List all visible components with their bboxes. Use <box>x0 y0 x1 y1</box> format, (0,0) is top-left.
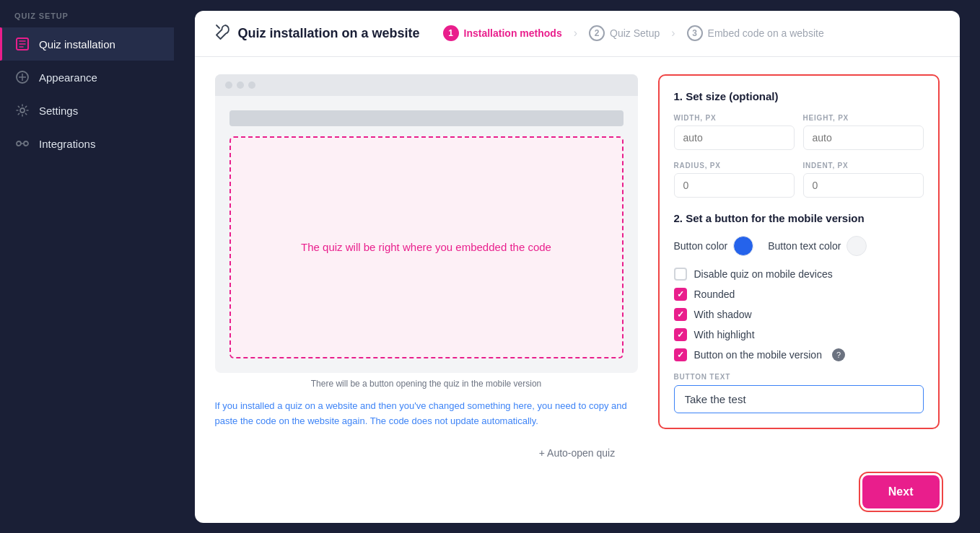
radius-field-group: RADIUS, PX <box>674 162 795 198</box>
sidebar-item-label-settings: Settings <box>39 105 78 117</box>
indent-input[interactable] <box>803 173 924 198</box>
wrench-icon <box>215 24 231 43</box>
cb-disable-mobile-label: Disable quiz on mobile devices <box>694 268 833 280</box>
size-fields-row-1: WIDTH, PX HEIGHT, PX <box>674 114 924 150</box>
step-1: 1 Installation methods <box>443 25 562 41</box>
cb-button-mobile[interactable]: ✓ <box>674 348 687 361</box>
btn-text-input[interactable] <box>674 385 924 413</box>
step-1-label: Installation methods <box>464 27 562 39</box>
card-footer: Next <box>195 467 960 523</box>
sidebar-item-settings[interactable]: Settings <box>0 94 174 127</box>
svg-point-2 <box>20 108 25 113</box>
step-1-circle: 1 <box>443 25 459 41</box>
button-color-swatch[interactable] <box>733 236 753 256</box>
card-header: Quiz installation on a website 1 Install… <box>195 11 960 57</box>
button-text-color-label: Button text color <box>768 240 841 252</box>
main-content: Quiz installation on a website 1 Install… <box>174 0 980 533</box>
color-row: Button color Button text color <box>674 236 924 256</box>
cb-rounded[interactable]: ✓ <box>674 288 687 301</box>
mobile-caption: There will be a button opening the quiz … <box>215 379 638 389</box>
sidebar-item-appearance[interactable]: Appearance <box>0 61 174 94</box>
sidebar-item-label-appearance: Appearance <box>39 71 97 84</box>
cb-disable-mobile[interactable] <box>674 268 687 281</box>
browser-mock: The quiz will be right where you embedde… <box>215 74 638 373</box>
step-divider-1: › <box>574 27 577 40</box>
radius-input[interactable] <box>674 173 795 198</box>
btn-text-label: BUTTON TEXT <box>674 373 924 381</box>
appearance-icon <box>14 69 30 85</box>
quiz-installation-icon <box>14 36 30 52</box>
main-card: Quiz installation on a website 1 Install… <box>195 11 960 523</box>
step-3-circle: 3 <box>687 25 703 41</box>
indent-field-group: INDENT, PX <box>803 162 924 198</box>
preview-area: The quiz will be right where you embedde… <box>215 74 638 429</box>
next-button[interactable]: Next <box>862 475 940 508</box>
step-2-circle: 2 <box>589 25 605 41</box>
size-fields-row-2: RADIUS, PX INDENT, PX <box>674 162 924 198</box>
sidebar-item-quiz-installation[interactable]: Quiz installation <box>0 27 174 61</box>
svg-point-3 <box>17 141 21 146</box>
checkbox-disable-mobile[interactable]: Disable quiz on mobile devices <box>674 268 924 281</box>
browser-nav-bar <box>229 110 624 126</box>
cb-rounded-label: Rounded <box>694 288 735 300</box>
browser-body: The quiz will be right where you embedde… <box>215 96 638 373</box>
quiz-embed-box: The quiz will be right where you embedde… <box>229 136 624 358</box>
browser-dot-2 <box>237 82 244 89</box>
width-label: WIDTH, PX <box>674 114 795 122</box>
browser-dot-1 <box>225 82 232 89</box>
step-3: 3 Embed code on a website <box>687 25 824 41</box>
cb-with-highlight[interactable]: ✓ <box>674 328 687 341</box>
info-text: If you installed a quiz on a website and… <box>215 399 638 429</box>
help-icon[interactable]: ? <box>832 348 845 361</box>
cb-with-shadow-label: With shadow <box>694 309 752 320</box>
quiz-embed-text: The quiz will be right where you embedde… <box>301 241 551 253</box>
section1-title: 1. Set size (optional) <box>674 90 924 102</box>
checkbox-rounded[interactable]: ✓ Rounded <box>674 288 924 301</box>
height-label: HEIGHT, PX <box>803 114 924 122</box>
checkbox-with-shadow[interactable]: ✓ With shadow <box>674 308 924 321</box>
cb-with-highlight-label: With highlight <box>694 329 755 340</box>
indent-label: INDENT, PX <box>803 162 924 169</box>
browser-bar <box>215 74 638 96</box>
button-text-color-swatch[interactable] <box>846 236 867 256</box>
steps-nav: 1 Installation methods › 2 Quiz Setup › … <box>443 25 824 41</box>
button-color-item: Button color <box>674 236 754 256</box>
sidebar-item-label-quiz-installation: Quiz installation <box>39 38 115 50</box>
browser-dot-3 <box>248 82 255 89</box>
step-3-label: Embed code on a website <box>708 27 824 39</box>
sidebar: Quiz Setup Quiz installation Appearance … <box>0 0 174 533</box>
settings-icon <box>14 102 30 118</box>
btn-text-section: BUTTON TEXT <box>674 373 924 413</box>
integrations-icon <box>14 136 30 151</box>
radius-label: RADIUS, PX <box>674 162 795 169</box>
checkbox-with-highlight[interactable]: ✓ With highlight <box>674 328 924 341</box>
sidebar-item-label-integrations: Integrations <box>39 138 95 150</box>
height-input[interactable] <box>803 125 924 150</box>
checkbox-list: Disable quiz on mobile devices ✓ Rounded… <box>674 268 924 361</box>
svg-point-4 <box>24 141 28 146</box>
settings-panel: 1. Set size (optional) WIDTH, PX HEIGHT,… <box>658 74 940 429</box>
auto-open-quiz[interactable]: + Auto-open quiz <box>539 447 615 459</box>
width-field-group: WIDTH, PX <box>674 114 795 150</box>
step-divider-2: › <box>671 27 675 40</box>
sidebar-section-label: Quiz Setup <box>0 12 174 27</box>
height-field-group: HEIGHT, PX <box>803 114 924 150</box>
width-input[interactable] <box>674 125 795 150</box>
step-2: 2 Quiz Setup <box>589 25 660 41</box>
cb-with-shadow[interactable]: ✓ <box>674 308 687 321</box>
card-body: The quiz will be right where you embedde… <box>195 57 960 446</box>
sidebar-item-integrations[interactable]: Integrations <box>0 127 174 160</box>
cb-button-mobile-label: Button on the mobile version <box>694 349 822 361</box>
button-color-label: Button color <box>674 240 728 252</box>
card-title: Quiz installation on a website <box>215 24 420 43</box>
checkbox-button-mobile[interactable]: ✓ Button on the mobile version ? <box>674 348 924 361</box>
section2-title: 2. Set a button for the mobile version <box>674 212 924 224</box>
step-2-label: Quiz Setup <box>610 27 660 39</box>
button-text-color-item: Button text color <box>768 236 867 256</box>
